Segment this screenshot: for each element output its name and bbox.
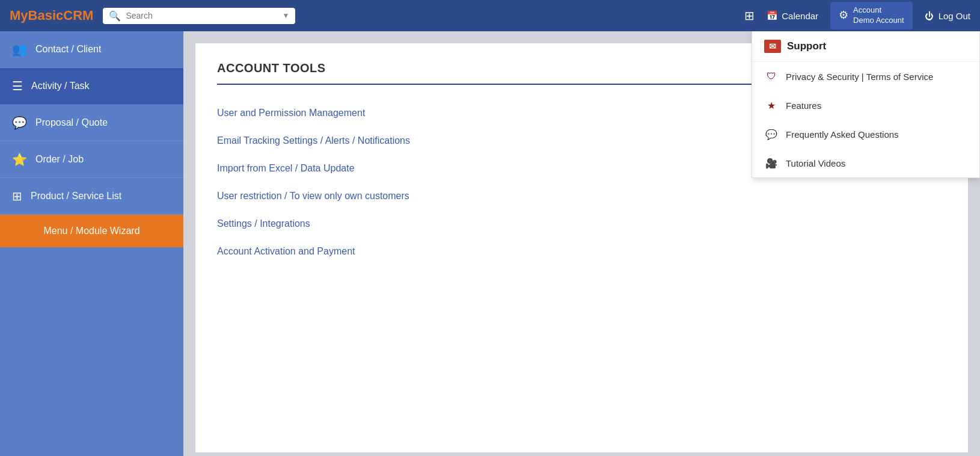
support-item-features[interactable]: ★ Features: [752, 91, 979, 120]
link-settings-integrations[interactable]: Settings / Integrations: [217, 210, 946, 238]
link-user-restriction[interactable]: User restriction / To view only own cust…: [217, 182, 946, 210]
support-faq-label: Frequently Asked Questions: [786, 129, 899, 140]
search-input[interactable]: [126, 11, 277, 20]
support-header: ✉ Support: [752, 31, 979, 62]
contact-icon: 👥: [12, 42, 27, 57]
sidebar-item-contact[interactable]: 👥 Contact / Client: [0, 31, 183, 68]
grid-icon[interactable]: ⊞: [744, 8, 755, 23]
sidebar-label-activity: Activity / Task: [31, 81, 90, 91]
logo-my: My: [10, 8, 28, 23]
support-item-tutorials[interactable]: 🎥 Tutorial Videos: [752, 149, 979, 177]
sidebar-label-proposal: Proposal / Quote: [35, 117, 108, 128]
calendar-icon: 📅: [767, 10, 778, 21]
menu-wizard-label: Menu / Module Wizard: [43, 226, 139, 236]
search-icon: 🔍: [109, 10, 121, 22]
account-line1: Account: [853, 5, 881, 14]
chat-icon: 💬: [764, 127, 779, 141]
logout-button[interactable]: ⏻ Log Out: [925, 11, 970, 21]
support-title: Support: [787, 40, 826, 52]
gear-icon: ⚙: [839, 8, 848, 22]
account-text: Account Demo Account: [853, 5, 904, 26]
order-icon: ⭐: [12, 152, 27, 167]
header: MyBasicCRM 🔍 ▼ ⊞ 📅 Calendar ⚙ Account De…: [0, 0, 980, 31]
account-button[interactable]: ⚙ Account Demo Account: [830, 2, 913, 29]
sidebar-item-activity[interactable]: ☰ Activity / Task: [0, 68, 183, 105]
product-icon: ⊞: [12, 189, 22, 203]
header-right: ⊞ 📅 Calendar ⚙ Account Demo Account ⏻ Lo…: [744, 2, 970, 29]
account-line2: Demo Account: [853, 16, 904, 25]
video-icon: 🎥: [764, 156, 779, 170]
support-item-privacy[interactable]: 🛡 Privacy & Security | Terms of Service: [752, 62, 979, 91]
sidebar-label-order: Order / Job: [35, 154, 84, 165]
sidebar-label-product: Product / Service List: [31, 191, 121, 202]
chevron-down-icon: ▼: [283, 11, 290, 20]
support-privacy-label: Privacy & Security | Terms of Service: [786, 72, 933, 82]
star-icon: ★: [764, 98, 779, 112]
link-account-activation[interactable]: Account Activation and Payment: [217, 238, 946, 265]
menu-wizard-button[interactable]: Menu / Module Wizard: [0, 215, 183, 247]
calendar-button[interactable]: 📅 Calendar: [767, 10, 818, 21]
sidebar: 👥 Contact / Client ☰ Activity / Task 💬 P…: [0, 31, 183, 456]
support-tutorials-label: Tutorial Videos: [786, 158, 845, 168]
sidebar-item-product[interactable]: ⊞ Product / Service List: [0, 178, 183, 215]
support-dropdown: ✉ Support 🛡 Privacy & Security | Terms o…: [752, 31, 980, 178]
shield-icon: 🛡: [764, 69, 779, 84]
logo-crm: CRM: [63, 8, 93, 23]
calendar-label: Calendar: [782, 11, 818, 21]
sidebar-label-contact: Contact / Client: [35, 44, 101, 55]
search-bar[interactable]: 🔍 ▼: [103, 8, 295, 24]
logout-label: Log Out: [939, 11, 970, 21]
activity-icon: ☰: [12, 79, 23, 93]
mail-icon: ✉: [764, 40, 781, 53]
sidebar-item-order[interactable]: ⭐ Order / Job: [0, 141, 183, 178]
logo-basic: Basic: [28, 8, 64, 23]
logo: MyBasicCRM: [10, 8, 93, 23]
power-icon: ⏻: [925, 11, 934, 21]
proposal-icon: 💬: [12, 116, 27, 130]
support-features-label: Features: [786, 100, 821, 111]
sidebar-item-proposal[interactable]: 💬 Proposal / Quote: [0, 105, 183, 141]
support-item-faq[interactable]: 💬 Frequently Asked Questions: [752, 120, 979, 149]
